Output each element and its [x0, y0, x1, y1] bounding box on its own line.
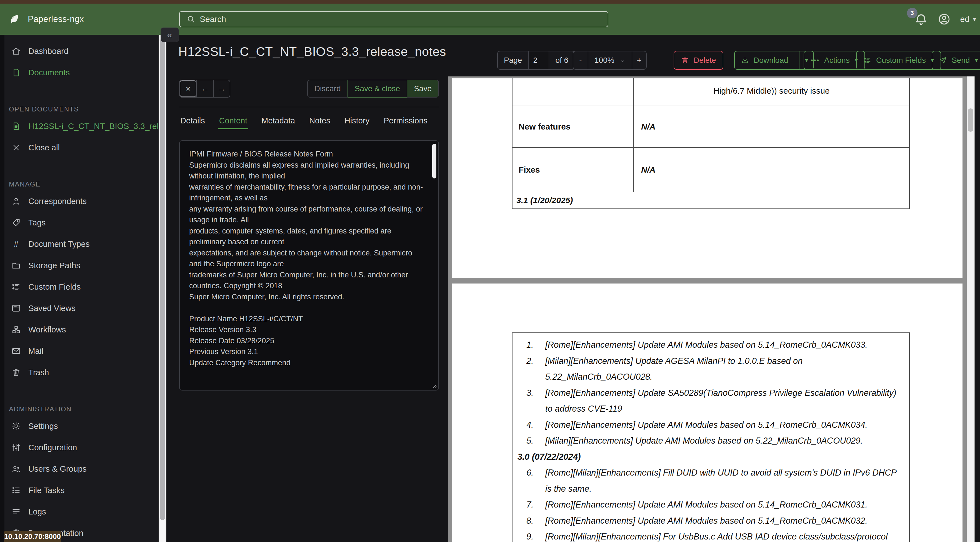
tab[interactable]: Permissions	[383, 116, 428, 125]
table-row: High/6.7 Middle)) security issue	[512, 78, 909, 106]
page-number-input[interactable]	[528, 51, 549, 69]
person-icon	[11, 196, 21, 206]
collapse-sidebar-button[interactable]: «	[161, 27, 179, 42]
sidebar-item[interactable]: # Document Types	[5, 233, 158, 255]
sidebar-item[interactable]: Mail	[5, 340, 158, 362]
sidebar-item-label: Storage Paths	[28, 261, 80, 270]
sidebar-section-header: OPEN DOCUMENTS	[5, 103, 158, 115]
sidebar-item[interactable]: Users & Groups	[5, 458, 158, 480]
sidebar-scrollbar-thumb[interactable]	[160, 39, 165, 520]
sidebar-item-label: Dashboard	[28, 46, 68, 56]
trash-icon	[11, 367, 21, 378]
release-note-item: 1. [Rome][Enhancements] Update AMI Modul…	[512, 337, 899, 353]
sidebar-item[interactable]: File Tasks	[5, 480, 158, 501]
pdf-preview: High/6.7 Middle)) security issue New fea…	[448, 77, 975, 542]
next-document-button[interactable]: →	[213, 80, 230, 97]
sidebar-item[interactable]: Custom Fields	[5, 276, 158, 297]
username: ed	[960, 14, 969, 24]
search-input[interactable]	[200, 14, 589, 24]
download-button[interactable]: Download	[735, 51, 794, 69]
hash-icon: #	[11, 239, 21, 249]
tasks-icon	[11, 485, 21, 495]
tab[interactable]: Metadata	[261, 116, 296, 125]
tab[interactable]: Content	[219, 116, 248, 125]
sidebar-item[interactable]: Configuration	[5, 437, 158, 458]
table-cell: High/6.7 Middle)) security issue	[634, 78, 909, 105]
download-icon	[741, 56, 749, 64]
content-editor: IPMI Firmware / BIOS Release Notes Form …	[179, 140, 439, 391]
pdf-page-2: 1. [Rome][Enhancements] Update AMI Modul…	[452, 284, 963, 542]
sidebar-item-label: H12SSL-i_C_CT_NT_BIOS_3.3_rel...	[28, 121, 158, 131]
release-note-item: 4. [Rome][Enhancements] Update AMI Modul…	[512, 417, 899, 433]
sidebar-item-label: Correspondents	[28, 196, 87, 206]
search-icon	[186, 15, 195, 24]
sidebar-item[interactable]: Settings	[5, 415, 158, 437]
release-notes-table: High/6.7 Middle)) security issue New fea…	[512, 78, 910, 209]
close-icon	[11, 143, 21, 153]
pdf-scrollbar[interactable]	[967, 77, 974, 542]
chevrons-left-icon: «	[167, 30, 172, 40]
content-scrollbar-thumb[interactable]	[432, 144, 436, 179]
sidebar-item[interactable]: Saved Views	[5, 297, 158, 319]
sidebar-item-label: Document Types	[28, 239, 90, 249]
download-split-button: Download ▾	[734, 51, 814, 70]
sidebar-item[interactable]: Logs	[5, 501, 158, 522]
sidebar-item-label: Logs	[28, 507, 46, 516]
sidebar-item[interactable]: Documents	[5, 62, 158, 83]
envelope-icon	[11, 346, 21, 356]
tabs-divider	[179, 107, 439, 107]
sidebar-item[interactable]: Dashboard	[5, 40, 158, 62]
release-note-item: 2. [Milan][Enhancements] Update AGESA Mi…	[512, 353, 899, 385]
previous-document-button[interactable]: ←	[196, 80, 213, 97]
zoom-out-button[interactable]: -	[573, 51, 588, 69]
sidebar-item[interactable]: Trash	[5, 362, 158, 383]
content-textarea[interactable]: IPMI Firmware / BIOS Release Notes Form …	[179, 140, 439, 391]
sidebar-item[interactable]: Correspondents	[5, 190, 158, 212]
sidebar-item[interactable]: Workflows	[5, 319, 158, 340]
page-count-label: of 6	[549, 51, 574, 69]
tab[interactable]: Details	[180, 116, 205, 125]
zoom-in-button[interactable]: +	[632, 51, 646, 69]
save-and-close-button[interactable]: Save & close	[347, 80, 407, 97]
trash-icon	[681, 56, 689, 64]
user-menu[interactable]: ed ▾	[960, 14, 976, 24]
caret-down-icon: ▾	[975, 57, 978, 64]
delete-button[interactable]: Delete	[674, 51, 723, 70]
home-icon	[11, 46, 21, 56]
document-tabs: Details Content Metadata Notes History P…	[180, 112, 428, 129]
resize-handle-icon[interactable]	[431, 383, 438, 389]
release-note-item: 5. [Milan][Enhancements] Update AMI Modu…	[512, 433, 899, 449]
user-avatar-icon[interactable]	[937, 13, 951, 26]
tab[interactable]: History	[344, 116, 370, 125]
global-search[interactable]	[179, 11, 608, 27]
notifications-button[interactable]: 3	[914, 12, 928, 27]
sidebar-item[interactable]: Storage Paths	[5, 255, 158, 276]
send-button[interactable]: Send ▾	[932, 51, 980, 70]
sliders-icon	[11, 443, 21, 453]
sidebar-item[interactable]: Close all	[5, 137, 158, 158]
doc-icon	[11, 67, 21, 78]
save-button[interactable]: Save	[407, 80, 438, 97]
actions-button[interactable]: ••• Actions ▾	[803, 51, 865, 70]
brand[interactable]: Paperless-ngx	[8, 13, 84, 25]
notification-badge: 3	[907, 8, 918, 18]
discard-button[interactable]: Discard	[308, 80, 347, 97]
save-controls: Discard Save & close Save	[307, 80, 439, 97]
release-note-item: 7. [Rome][Enhancements] Update AMI Modul…	[512, 497, 899, 513]
table-cell: New features	[512, 106, 634, 147]
sidebar-item-label: Documents	[28, 68, 70, 77]
close-document-button[interactable]: ×	[180, 80, 196, 97]
tab[interactable]: Notes	[309, 116, 331, 125]
pdf-scrollbar-thumb[interactable]	[968, 108, 973, 132]
custom-fields-button[interactable]: Custom Fields ▾	[856, 51, 941, 70]
zoom-level-select[interactable]: 100%	[588, 51, 632, 69]
sidebar-item[interactable]: Tags	[5, 212, 158, 233]
pdf-page-1: High/6.7 Middle)) security issue New fea…	[452, 78, 963, 278]
sidebar-scrollbar[interactable]	[159, 35, 166, 542]
sidebar-item-label: Settings	[28, 421, 58, 431]
table-cell: N/A	[634, 148, 909, 192]
boxes-icon	[11, 325, 21, 335]
change-list-box: 1. [Rome][Enhancements] Update AMI Modul…	[512, 332, 910, 542]
link-status-tooltip: 10.10.20.70:8000	[4, 531, 61, 542]
sidebar-item[interactable]: H12SSL-i_C_CT_NT_BIOS_3.3_rel...	[5, 115, 158, 137]
